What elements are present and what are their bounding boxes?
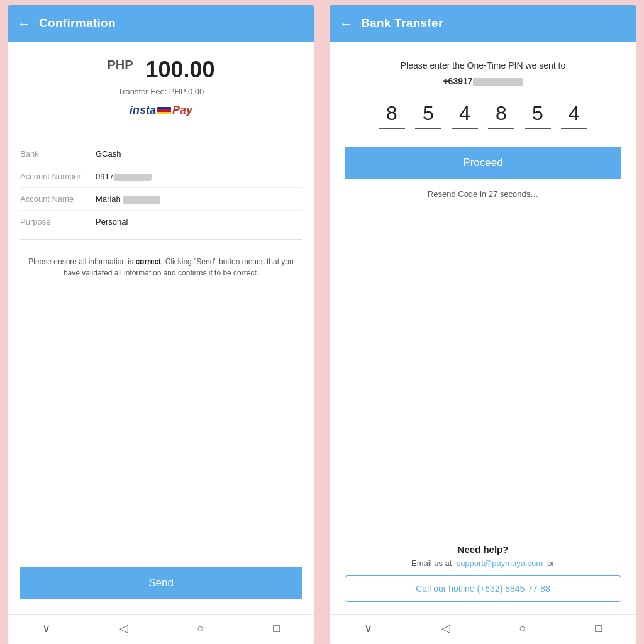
resend-code-text: Resend Code in 27 seconds… — [345, 189, 621, 199]
purpose-row: Purpose Personal — [20, 211, 302, 233]
instapay-text-insta: insta — [130, 104, 156, 117]
otp-digit-4[interactable]: 8 — [488, 101, 514, 129]
divider-bottom — [20, 239, 302, 240]
bank-transfer-header: ← Bank Transfer — [330, 5, 636, 42]
bt-nav-recent-icon[interactable]: □ — [595, 622, 602, 635]
nav-back-icon[interactable]: ◁ — [119, 621, 128, 635]
otp-digit-3[interactable]: 4 — [452, 101, 478, 129]
help-title: Need help? — [345, 544, 621, 555]
otp-digit-1-line — [379, 128, 405, 129]
hotline-button[interactable]: Call our hotline (+632) 8845-77-88 — [345, 575, 621, 602]
bt-nav-home-icon[interactable]: ○ — [519, 622, 526, 635]
instapay-flag-icon — [157, 107, 171, 114]
otp-phone: +63917 — [345, 76, 621, 86]
confirmation-back-button[interactable]: ← — [18, 16, 30, 31]
otp-digit-5[interactable]: 5 — [525, 101, 551, 129]
account-number-value: 0917 — [96, 172, 302, 181]
otp-digit-3-line — [452, 128, 478, 129]
purpose-label: Purpose — [20, 217, 96, 226]
account-name-blur — [123, 196, 160, 204]
confirmation-body: PHP 100.00 Transfer Fee: PHP 0.00 insta … — [8, 42, 314, 614]
otp-digit-2[interactable]: 5 — [415, 101, 441, 129]
otp-digit-4-line — [488, 128, 514, 129]
account-number-row: Account Number 0917 — [20, 165, 302, 188]
amount-value: 100.00 — [146, 57, 215, 82]
otp-instruction: Please enter the One-Time PIN we sent to — [345, 59, 621, 72]
confirmation-nav-bar: ∨ ◁ ○ □ — [8, 614, 314, 644]
otp-digit-1[interactable]: 8 — [379, 101, 405, 129]
disclaimer-text: Please ensure all information is correct… — [20, 256, 302, 279]
amount-section: PHP 100.00 Transfer Fee: PHP 0.00 insta … — [20, 57, 302, 130]
otp-digit-3-value: 4 — [459, 101, 470, 125]
bank-value: GCash — [96, 149, 302, 158]
help-email-line: Email us at support@paymaya.com or — [345, 558, 621, 568]
account-number-blur — [114, 174, 152, 181]
nav-recent-icon[interactable]: □ — [273, 622, 280, 635]
help-email-suffix: or — [547, 558, 555, 568]
currency-label: PHP — [107, 58, 133, 72]
otp-digit-6-line — [561, 128, 587, 129]
otp-phone-number: +63917 — [443, 76, 472, 86]
bank-row: Bank GCash — [20, 143, 302, 165]
otp-digit-5-line — [525, 128, 551, 129]
confirmation-screen: ← Confirmation PHP 100.00 Transfer Fee: … — [8, 5, 314, 644]
otp-phone-blur — [473, 78, 523, 86]
proceed-button[interactable]: Proceed — [345, 147, 621, 179]
bank-transfer-screen: ← Bank Transfer Please enter the One-Tim… — [330, 5, 636, 644]
info-table: Bank GCash Account Number 0917 Account N… — [20, 143, 302, 233]
bank-label: Bank — [20, 149, 96, 158]
otp-digit-6-value: 4 — [569, 101, 580, 125]
otp-digit-5-value: 5 — [532, 101, 543, 125]
otp-digit-1-value: 8 — [386, 101, 397, 125]
help-email-link[interactable]: support@paymaya.com — [457, 558, 543, 568]
divider-top — [20, 136, 302, 136]
account-name-label: Account Name — [20, 194, 96, 204]
account-name-value: Mariah — [96, 194, 302, 204]
bank-transfer-title: Bank Transfer — [361, 16, 443, 30]
help-section: Need help? Email us at support@paymaya.c… — [345, 544, 621, 602]
help-email-prefix: Email us at — [411, 558, 452, 568]
send-button[interactable]: Send — [20, 567, 302, 599]
bank-transfer-nav-bar: ∨ ◁ ○ □ — [330, 614, 636, 644]
nav-home-icon[interactable]: ○ — [197, 622, 204, 635]
otp-digit-2-value: 5 — [423, 101, 434, 125]
account-name-row: Account Name Mariah — [20, 188, 302, 211]
account-number-label: Account Number — [20, 172, 96, 181]
otp-digit-2-line — [415, 128, 441, 129]
confirmation-panel: ← Confirmation PHP 100.00 Transfer Fee: … — [0, 0, 322, 644]
instapay-logo: insta Pay — [20, 104, 302, 117]
otp-digit-4-value: 8 — [496, 101, 507, 125]
bank-transfer-body: Please enter the One-Time PIN we sent to… — [330, 42, 636, 614]
otp-digits-container: 8 5 4 8 5 — [345, 101, 621, 129]
confirmation-header: ← Confirmation — [8, 5, 314, 42]
confirmation-title: Confirmation — [39, 16, 116, 30]
transfer-fee-label: Transfer Fee: PHP 0.00 — [20, 87, 302, 96]
instapay-text-pay: Pay — [172, 104, 192, 117]
bt-nav-down-icon[interactable]: ∨ — [364, 621, 372, 635]
otp-digit-6[interactable]: 4 — [561, 101, 587, 129]
purpose-value: Personal — [96, 217, 302, 226]
nav-down-icon[interactable]: ∨ — [42, 621, 50, 635]
bank-transfer-panel: ← Bank Transfer Please enter the One-Tim… — [322, 0, 644, 644]
bt-nav-back-icon[interactable]: ◁ — [441, 621, 450, 635]
bank-transfer-back-button[interactable]: ← — [340, 16, 352, 31]
amount-display: PHP 100.00 — [20, 57, 302, 83]
